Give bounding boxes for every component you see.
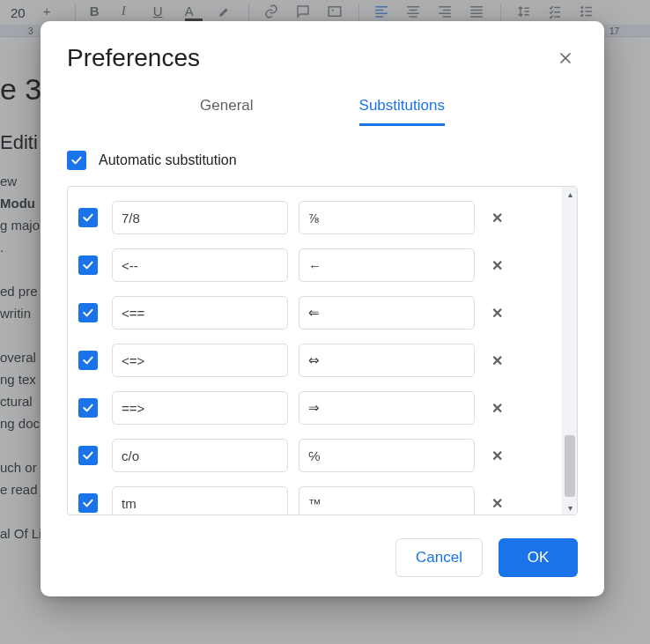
preferences-dialog: Preferences General Substitutions Automa… <box>41 21 604 596</box>
substitution-row: ✕ <box>78 432 557 479</box>
with-input[interactable] <box>299 296 475 329</box>
delete-row-button[interactable]: ✕ <box>485 257 508 274</box>
substitution-row: ✕ <box>78 337 557 384</box>
row-enable-checkbox[interactable] <box>78 446 98 465</box>
delete-row-button[interactable]: ✕ <box>485 495 508 512</box>
substitution-row: ✕ <box>78 479 557 514</box>
substitution-row: ✕ <box>78 194 557 241</box>
row-enable-checkbox[interactable] <box>78 398 98 418</box>
with-input[interactable] <box>299 391 475 425</box>
substitution-row: ✕ <box>78 384 557 432</box>
replace-input[interactable] <box>112 439 288 472</box>
substitutions-table: ✕✕✕✕✕✕✕ ▴ ▾ <box>67 186 578 515</box>
delete-row-button[interactable]: ✕ <box>485 448 508 464</box>
scrollbar-thumb[interactable] <box>565 435 575 497</box>
scrollbar-track[interactable]: ▴ ▾ <box>562 187 577 514</box>
with-input[interactable] <box>299 486 475 514</box>
tab-substitutions[interactable]: Substitutions <box>359 97 445 126</box>
row-enable-checkbox[interactable] <box>78 493 98 513</box>
with-input[interactable] <box>299 439 475 472</box>
delete-row-button[interactable]: ✕ <box>485 352 508 369</box>
automatic-substitution-checkbox[interactable] <box>67 151 86 170</box>
ok-button[interactable]: OK <box>499 538 578 577</box>
substitution-row: ✕ <box>78 241 557 289</box>
check-icon <box>81 211 95 225</box>
check-icon <box>81 496 95 510</box>
replace-input[interactable] <box>112 344 288 377</box>
delete-row-button[interactable]: ✕ <box>485 400 508 417</box>
scroll-down-icon[interactable]: ▾ <box>563 500 577 514</box>
with-input[interactable] <box>299 344 475 377</box>
row-enable-checkbox[interactable] <box>78 351 98 370</box>
close-button[interactable] <box>553 46 578 70</box>
check-icon <box>81 306 95 320</box>
dialog-title: Preferences <box>67 44 200 72</box>
check-icon <box>81 448 95 463</box>
automatic-substitution-label: Automatic substitution <box>99 152 237 168</box>
substitution-row: ✕ <box>78 289 557 337</box>
delete-row-button[interactable]: ✕ <box>485 305 508 322</box>
replace-input[interactable] <box>112 296 288 329</box>
replace-input[interactable] <box>112 486 288 514</box>
check-icon <box>81 353 95 367</box>
tab-bar: General Substitutions <box>41 97 604 126</box>
close-icon <box>557 49 574 67</box>
check-icon <box>81 401 95 415</box>
with-input[interactable] <box>299 201 475 234</box>
delete-row-button[interactable]: ✕ <box>485 210 508 226</box>
cancel-button[interactable]: Cancel <box>395 538 483 577</box>
check-icon <box>70 153 84 167</box>
check-icon <box>81 258 95 272</box>
row-enable-checkbox[interactable] <box>78 208 98 227</box>
scroll-up-icon[interactable]: ▴ <box>563 187 577 201</box>
replace-input[interactable] <box>112 201 288 234</box>
tab-general[interactable]: General <box>200 97 253 126</box>
with-input[interactable] <box>299 248 475 282</box>
row-enable-checkbox[interactable] <box>78 303 98 322</box>
replace-input[interactable] <box>112 248 288 282</box>
replace-input[interactable] <box>112 391 288 425</box>
row-enable-checkbox[interactable] <box>78 255 98 275</box>
